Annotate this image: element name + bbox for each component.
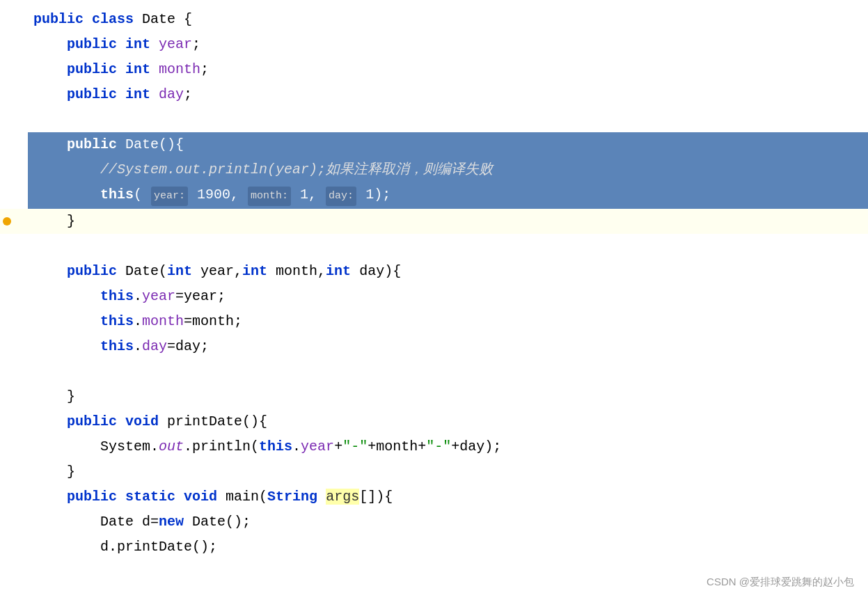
gutter-12 <box>0 284 28 309</box>
line-content-1: public class Date { <box>28 7 868 32</box>
gutter-21 <box>0 510 28 535</box>
gutter-14 <box>0 334 28 359</box>
code-line-21: Date d=new Date(); <box>0 510 868 535</box>
gutter-10 <box>0 234 28 259</box>
gutter-7 <box>0 157 28 182</box>
gutter-6 <box>0 132 28 157</box>
line-content-13: this.month=month; <box>28 309 868 334</box>
line-content-9: } <box>28 209 868 234</box>
line-content-8: this( year: 1900, month: 1, day: 1); <box>28 182 868 209</box>
code-line-22: d.printDate(); <box>0 535 868 560</box>
code-line-16: } <box>0 384 868 409</box>
line-content-19: } <box>28 459 868 484</box>
line-content-4: public int day; <box>28 82 868 107</box>
gutter-20 <box>0 484 28 510</box>
code-line-15 <box>0 359 868 384</box>
line-content-10 <box>28 234 868 259</box>
gutter-3 <box>0 57 28 82</box>
code-line-4: public int day; <box>0 82 868 107</box>
code-line-9: } <box>0 209 868 234</box>
line-content-14: this.day=day; <box>28 334 868 359</box>
gutter-9 <box>0 209 28 234</box>
code-line-2: public int year; <box>0 32 868 57</box>
breakpoint-dot <box>3 217 11 226</box>
line-content-22: d.printDate(); <box>28 535 868 560</box>
line-content-5 <box>28 107 868 132</box>
gutter-2 <box>0 32 28 57</box>
gutter-15 <box>0 359 28 384</box>
line-content-21: Date d=new Date(); <box>28 510 868 535</box>
code-editor: public class Date { public int year; pub… <box>0 0 868 600</box>
line-content-6: public Date(){ <box>28 132 868 157</box>
code-line-18: System.out.println(this.year+"-"+month+"… <box>0 434 868 459</box>
line-content-2: public int year; <box>28 32 868 57</box>
code-line-14: this.day=day; <box>0 334 868 359</box>
code-line-1: public class Date { <box>0 7 868 32</box>
gutter-8 <box>0 182 28 209</box>
code-line-12: this.year=year; <box>0 284 868 309</box>
code-line-7: //System.out.println(year);如果注释取消，则编译失败 <box>0 157 868 182</box>
code-line-20: public static void main(String args[]){ <box>0 484 868 510</box>
gutter-16 <box>0 384 28 409</box>
gutter-5 <box>0 107 28 132</box>
gutter-22 <box>0 535 28 560</box>
line-content-7: //System.out.println(year);如果注释取消，则编译失败 <box>28 157 868 182</box>
line-content-15 <box>28 359 868 384</box>
gutter-1 <box>0 7 28 32</box>
code-line-3: public int month; <box>0 57 868 82</box>
line-content-16: } <box>28 384 868 409</box>
line-content-11: public Date(int year,int month,int day){ <box>28 259 868 284</box>
code-line-10 <box>0 234 868 259</box>
code-line-5 <box>0 107 868 132</box>
code-line-6: public Date(){ <box>0 132 868 157</box>
gutter-17 <box>0 409 28 434</box>
line-content-18: System.out.println(this.year+"-"+month+"… <box>28 434 868 459</box>
code-line-11: public Date(int year,int month,int day){ <box>0 259 868 284</box>
code-line-17: public void printDate(){ <box>0 409 868 434</box>
line-content-20: public static void main(String args[]){ <box>28 484 868 510</box>
line-content-12: this.year=year; <box>28 284 868 309</box>
code-line-19: } <box>0 459 868 484</box>
gutter-13 <box>0 309 28 334</box>
gutter-18 <box>0 434 28 459</box>
code-line-8: this( year: 1900, month: 1, day: 1); <box>0 182 868 209</box>
code-line-13: this.month=month; <box>0 309 868 334</box>
gutter-11 <box>0 259 28 284</box>
gutter-19 <box>0 459 28 484</box>
line-content-17: public void printDate(){ <box>28 409 868 434</box>
gutter-4 <box>0 82 28 107</box>
line-content-3: public int month; <box>28 57 868 82</box>
watermark: CSDN @爱排球爱跳舞的赵小包 <box>707 576 854 589</box>
